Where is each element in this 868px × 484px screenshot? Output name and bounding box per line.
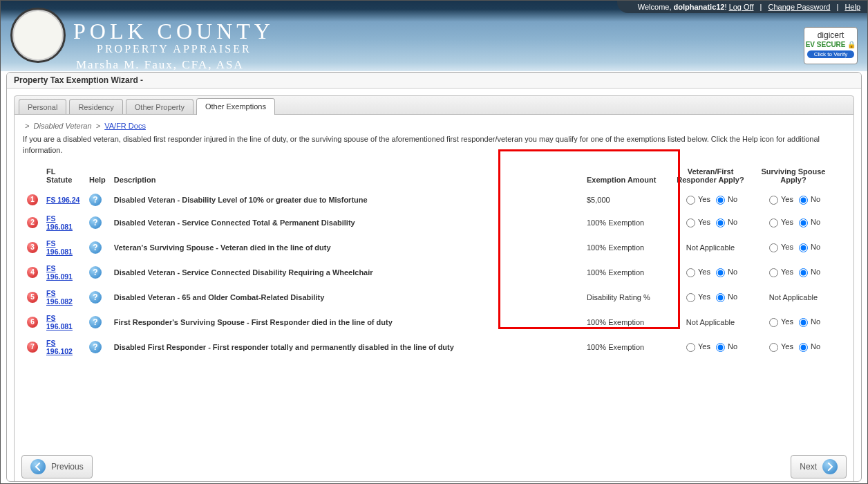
lock-icon: 🔒 bbox=[847, 41, 856, 48]
yes-label: Yes bbox=[698, 292, 710, 301]
arrow-right-icon bbox=[822, 459, 838, 474]
spouse-no-radio[interactable] bbox=[799, 218, 808, 227]
description: Disabled Veteran - Service Connected Dis… bbox=[110, 260, 583, 285]
next-button[interactable]: Next bbox=[791, 455, 847, 478]
row-number-badge: 6 bbox=[27, 317, 38, 328]
col-help: Help bbox=[85, 165, 110, 189]
not-applicable-label: Not Applicable bbox=[769, 293, 818, 301]
welcome-text: Welcome, bbox=[638, 3, 674, 11]
no-label: No bbox=[728, 268, 737, 276]
change-password-link[interactable]: Change Password bbox=[768, 3, 831, 11]
spouse-no-radio[interactable] bbox=[799, 343, 808, 352]
vet-no-radio[interactable] bbox=[716, 268, 725, 277]
site-title: POLK COUNTY PROPERTY APPRAISER Marsha M.… bbox=[73, 19, 274, 71]
spouse-no-radio[interactable] bbox=[799, 196, 808, 205]
spouse-yes-radio[interactable] bbox=[769, 343, 778, 352]
statute-link[interactable]: FS 196.091 bbox=[46, 264, 73, 281]
help-link[interactable]: Help bbox=[845, 3, 860, 11]
no-label: No bbox=[728, 218, 737, 226]
yes-label: Yes bbox=[698, 342, 710, 351]
digicert-badge[interactable]: digicert EV SECURE 🔒 Click to Verify bbox=[804, 27, 858, 64]
wizard-panel: > Disabled Veteran > VA/FR Docs If you a… bbox=[14, 115, 854, 482]
yes-label: Yes bbox=[698, 268, 710, 276]
exemption-amount: 100% Exemption bbox=[583, 335, 666, 360]
username: dolphanatic12 bbox=[674, 3, 725, 11]
spouse-no-radio[interactable] bbox=[799, 318, 808, 327]
no-label: No bbox=[728, 342, 737, 351]
yes-label: Yes bbox=[781, 342, 793, 351]
statute-link[interactable]: FS 196.081 bbox=[46, 239, 73, 256]
breadcrumb-link[interactable]: VA/FR Docs bbox=[104, 122, 146, 130]
logoff-link[interactable]: Log Off bbox=[729, 3, 754, 11]
spouse-yes-radio[interactable] bbox=[769, 268, 778, 277]
vet-no-radio[interactable] bbox=[716, 343, 725, 352]
description: Disabled Veteran - 65 and Older Combat-R… bbox=[110, 285, 583, 310]
yes-label: Yes bbox=[781, 317, 793, 326]
vet-yes-radio[interactable] bbox=[686, 268, 695, 277]
tab-residency[interactable]: Residency bbox=[69, 99, 122, 114]
no-label: No bbox=[811, 218, 820, 226]
tab-personal[interactable]: Personal bbox=[19, 99, 66, 114]
previous-button[interactable]: Previous bbox=[21, 455, 93, 478]
row-number-badge: 2 bbox=[27, 217, 38, 228]
not-applicable-label: Not Applicable bbox=[686, 318, 735, 326]
intro-text: If you are a disabled veteran, disabled … bbox=[23, 134, 845, 156]
tab-other-property[interactable]: Other Property bbox=[126, 99, 194, 114]
page-title: Property Tax Exemption Wizard - bbox=[7, 73, 861, 89]
yes-label: Yes bbox=[781, 268, 793, 276]
tab-strip: PersonalResidencyOther PropertyOther Exe… bbox=[14, 95, 854, 115]
spouse-yes-radio[interactable] bbox=[769, 318, 778, 327]
yes-label: Yes bbox=[781, 195, 793, 203]
vet-yes-radio[interactable] bbox=[686, 196, 695, 205]
breadcrumb: > Disabled Veteran > VA/FR Docs bbox=[23, 122, 845, 130]
help-icon[interactable]: ? bbox=[89, 241, 102, 254]
aux-bar: Welcome, dolphanatic12! Log Off | Change… bbox=[617, 1, 867, 13]
spouse-no-radio[interactable] bbox=[799, 268, 808, 277]
vet-no-radio[interactable] bbox=[716, 218, 725, 227]
no-label: No bbox=[811, 342, 820, 351]
exemption-amount: 100% Exemption bbox=[583, 260, 666, 285]
statute-link[interactable]: FS 196.081 bbox=[46, 314, 73, 331]
no-label: No bbox=[811, 317, 820, 326]
row-number-badge: 4 bbox=[27, 267, 38, 278]
help-icon[interactable]: ? bbox=[89, 341, 102, 353]
exemption-amount: $5,000 bbox=[583, 189, 666, 210]
help-icon[interactable]: ? bbox=[89, 316, 102, 328]
statute-link[interactable]: FS 196.081 bbox=[46, 214, 73, 231]
statute-link[interactable]: FS 196.082 bbox=[46, 289, 73, 306]
row-number-badge: 3 bbox=[27, 242, 38, 253]
row-number-badge: 5 bbox=[27, 292, 38, 303]
yes-label: Yes bbox=[698, 218, 710, 226]
vet-no-radio[interactable] bbox=[716, 293, 725, 302]
statute-link[interactable]: FS 196.24 bbox=[46, 196, 79, 204]
table-row: 7FS 196.102?Disabled First Responder - F… bbox=[23, 335, 845, 360]
table-row: 2FS 196.081?Disabled Veteran - Service C… bbox=[23, 210, 845, 235]
yes-label: Yes bbox=[781, 218, 793, 226]
spouse-no-radio[interactable] bbox=[799, 243, 808, 252]
help-icon[interactable]: ? bbox=[89, 216, 102, 229]
not-applicable-label: Not Applicable bbox=[686, 243, 735, 252]
col-spouse-apply: Surviving Spouse Apply? bbox=[755, 165, 831, 189]
description: Disabled Veteran - Disability Level of 1… bbox=[110, 189, 583, 210]
spouse-yes-radio[interactable] bbox=[769, 243, 778, 252]
help-icon[interactable]: ? bbox=[89, 194, 102, 206]
yes-label: Yes bbox=[698, 195, 710, 203]
help-icon[interactable]: ? bbox=[89, 266, 102, 279]
description: Disabled First Responder - First respond… bbox=[110, 335, 583, 360]
no-label: No bbox=[811, 243, 820, 251]
statute-link[interactable]: FS 196.102 bbox=[46, 339, 73, 355]
table-row: 5FS 196.082?Disabled Veteran - 65 and Ol… bbox=[23, 285, 845, 310]
description: Veteran's Surviving Spouse - Veteran die… bbox=[110, 235, 583, 260]
vet-yes-radio[interactable] bbox=[686, 293, 695, 302]
exemption-amount: 100% Exemption bbox=[583, 310, 666, 335]
no-label: No bbox=[728, 292, 737, 301]
vet-no-radio[interactable] bbox=[716, 196, 725, 205]
vet-yes-radio[interactable] bbox=[686, 343, 695, 352]
spouse-yes-radio[interactable] bbox=[769, 196, 778, 205]
spouse-yes-radio[interactable] bbox=[769, 218, 778, 227]
col-statute: FL Statute bbox=[42, 165, 85, 189]
tab-other-exemptions[interactable]: Other Exemptions bbox=[196, 98, 275, 115]
vet-yes-radio[interactable] bbox=[686, 218, 695, 227]
help-icon[interactable]: ? bbox=[89, 291, 102, 304]
exemption-amount: 100% Exemption bbox=[583, 235, 666, 260]
